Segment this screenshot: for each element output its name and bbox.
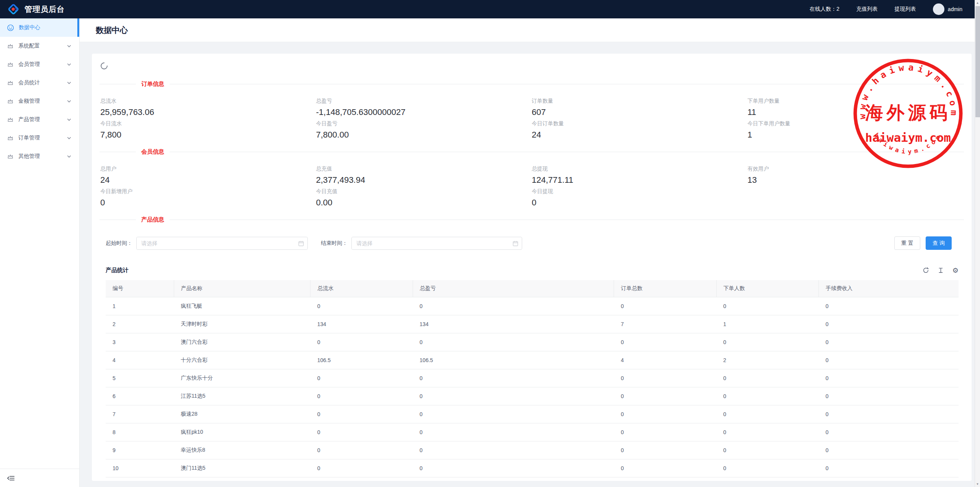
table-cell: 0 bbox=[716, 387, 818, 405]
sidebar-item-other-management[interactable]: 其他管理 bbox=[0, 147, 79, 166]
table-cell: 0 bbox=[310, 405, 413, 423]
online-count-value: 2 bbox=[836, 6, 840, 12]
table-cell: 106.5 bbox=[310, 351, 413, 369]
product-stats-block: 产品统计 bbox=[106, 267, 959, 477]
stat-value: 7,800 bbox=[100, 130, 316, 140]
recharge-list-link[interactable]: 充值列表 bbox=[856, 6, 878, 13]
table-cell: 0 bbox=[614, 441, 716, 459]
stat-label: 今日充值 bbox=[316, 188, 532, 195]
table-cell: 0 bbox=[614, 297, 716, 315]
table-cell: 0 bbox=[716, 405, 818, 423]
crown-icon bbox=[7, 61, 14, 68]
table-row: 10澳门11选500000 bbox=[106, 459, 959, 477]
table-cell: 0 bbox=[310, 387, 413, 405]
sidebar-item-data-center[interactable]: 数据中心 bbox=[0, 18, 79, 37]
table-row: 7极速2800000 bbox=[106, 405, 959, 423]
calendar-icon[interactable] bbox=[298, 241, 304, 248]
table-cell: 0 bbox=[614, 333, 716, 351]
table-row: 2天津时时彩134134710 bbox=[106, 315, 959, 333]
stat-col: 下单用户数量 11 今日下单用户数量 1 bbox=[748, 98, 964, 140]
table-row: 4十分六合彩106.5106.5420 bbox=[106, 351, 959, 369]
table-cell: 0 bbox=[716, 333, 818, 351]
query-button[interactable]: 查 询 bbox=[926, 236, 952, 250]
section-title-order: 订单信息 bbox=[136, 80, 170, 88]
table-cell: 4 bbox=[614, 351, 716, 369]
table-cell: 8 bbox=[106, 423, 174, 441]
table-cell: 0 bbox=[614, 459, 716, 477]
gear-icon[interactable]: ⚙ bbox=[952, 267, 959, 274]
table-cell: 2 bbox=[106, 315, 174, 333]
table-cell: 0 bbox=[614, 369, 716, 387]
export-icon[interactable] bbox=[938, 267, 944, 274]
stat-col: 总盈亏 -1,148,705.6300000027 今日盈亏 7,800.00 bbox=[316, 98, 532, 140]
start-date-input[interactable] bbox=[137, 237, 307, 249]
stat-col: 总用户 24 今日新增用户 0 bbox=[100, 166, 316, 208]
stat-value: 24 bbox=[100, 175, 316, 185]
sidebar: 数据中心 系统配置 会员管理 会员统计 bbox=[0, 18, 80, 487]
col-header: 订单总数 bbox=[614, 280, 716, 297]
sidebar-item-member-stats[interactable]: 会员统计 bbox=[0, 74, 79, 92]
sidebar-item-amount-management[interactable]: 金额管理 bbox=[0, 92, 79, 110]
product-stats-table: 编号 产品名称 总流水 总盈亏 订单总数 下单人数 手续费收入 1疯狂飞艇000… bbox=[106, 280, 959, 477]
stat-value: 0 bbox=[100, 198, 316, 208]
avatar bbox=[933, 3, 944, 15]
online-count: 在线人数：2 bbox=[810, 6, 840, 13]
section-divider-member: 会员信息 bbox=[100, 148, 964, 156]
sidebar-item-order-management[interactable]: 订单管理 bbox=[0, 129, 79, 147]
stat-value: 13 bbox=[748, 175, 964, 185]
table-cell: 7 bbox=[614, 315, 716, 333]
stat-label: 今日新增用户 bbox=[100, 188, 316, 195]
table-cell: 9 bbox=[106, 441, 174, 459]
stat-col: 总提现 124,771.11 今日提现 0 bbox=[532, 166, 748, 208]
page-title: 数据中心 bbox=[96, 25, 128, 36]
stat-label: 总盈亏 bbox=[316, 98, 532, 105]
stat-label: 今日下单用户数量 bbox=[748, 120, 964, 127]
table-cell: 幸运快乐8 bbox=[174, 441, 310, 459]
sidebar-item-system-config[interactable]: 系统配置 bbox=[0, 37, 79, 55]
withdraw-list-link[interactable]: 提现列表 bbox=[895, 6, 916, 13]
dashboard-card: 订单信息 总流水 25,959,763.06 今日流水 7,800 总盈亏 -1… bbox=[92, 54, 972, 481]
col-header: 总流水 bbox=[310, 280, 413, 297]
table-cell: 0 bbox=[413, 441, 614, 459]
collapse-menu-icon[interactable] bbox=[7, 475, 15, 481]
crown-icon bbox=[7, 153, 14, 160]
reset-button[interactable]: 重 置 bbox=[894, 236, 920, 250]
sidebar-item-label: 会员管理 bbox=[18, 61, 40, 68]
crown-icon bbox=[7, 43, 14, 49]
brand[interactable]: 管理员后台 bbox=[0, 3, 65, 16]
table-cell: 0 bbox=[413, 423, 614, 441]
table-cell: 7 bbox=[106, 405, 174, 423]
refresh-icon[interactable] bbox=[923, 267, 929, 274]
sidebar-item-product-management[interactable]: 产品管理 bbox=[0, 110, 79, 129]
table-body: 1疯狂飞艇000002天津时时彩1341347103澳门六合彩000004十分六… bbox=[106, 297, 959, 477]
sidebar-item-label: 金额管理 bbox=[18, 98, 40, 105]
stat-value: 124,771.11 bbox=[532, 175, 748, 185]
scroll-down-arrow-icon[interactable]: ▼ bbox=[975, 481, 980, 487]
app-title: 管理员后台 bbox=[24, 4, 65, 15]
table-cell: 0 bbox=[819, 423, 959, 441]
user-menu[interactable]: admin bbox=[933, 3, 962, 15]
scrollbar-thumb[interactable] bbox=[975, 6, 980, 117]
content: 订单信息 总流水 25,959,763.06 今日流水 7,800 总盈亏 -1… bbox=[80, 42, 980, 481]
end-date-input[interactable] bbox=[352, 237, 522, 249]
start-time-label: 起始时间： bbox=[106, 240, 132, 247]
stat-col: 总流水 25,959,763.06 今日流水 7,800 bbox=[100, 98, 316, 140]
table-cell: 0 bbox=[310, 297, 413, 315]
stat-value: 7,800.00 bbox=[316, 130, 532, 140]
table-cell: 0 bbox=[819, 441, 959, 459]
crown-icon bbox=[7, 98, 14, 105]
table-cell: 5 bbox=[106, 369, 174, 387]
table-row: 1疯狂飞艇00000 bbox=[106, 297, 959, 315]
table-cell: 0 bbox=[413, 333, 614, 351]
username: admin bbox=[948, 6, 962, 12]
sidebar-item-member-management[interactable]: 会员管理 bbox=[0, 55, 79, 74]
filter-row: 起始时间： 结束时间： bbox=[106, 236, 958, 250]
stat-value: 607 bbox=[532, 107, 748, 117]
calendar-icon[interactable] bbox=[513, 241, 518, 248]
table-cell: 天津时时彩 bbox=[174, 315, 310, 333]
vertical-scrollbar[interactable]: ▲ ▼ bbox=[975, 0, 980, 487]
scroll-up-arrow-icon[interactable]: ▲ bbox=[975, 0, 980, 6]
smiley-icon bbox=[7, 24, 14, 31]
stat-label: 总充值 bbox=[316, 166, 532, 172]
section-divider-product: 产品信息 bbox=[100, 216, 964, 223]
